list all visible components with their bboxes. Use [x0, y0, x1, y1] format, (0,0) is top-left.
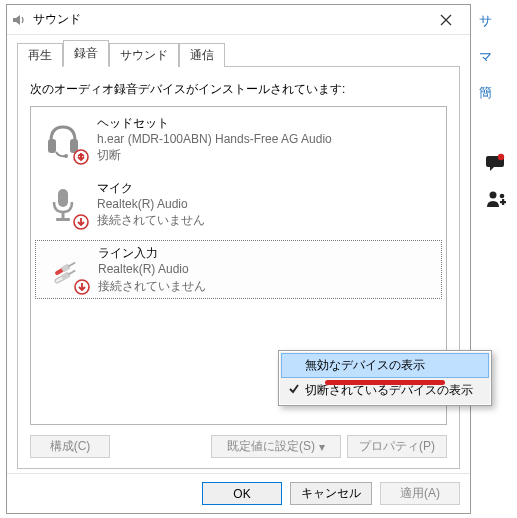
device-item[interactable]: ライン入力 Realtek(R) Audio 接続されていません [35, 240, 442, 299]
dialog-button-row: OK キャンセル 適用(A) [7, 473, 470, 513]
menu-show-disabled-label: 無効なデバイスの表示 [305, 357, 425, 374]
menu-show-disabled[interactable]: 無効なデバイスの表示 [281, 353, 489, 378]
properties-button[interactable]: プロパティ(P) [347, 435, 447, 458]
apply-button[interactable]: 適用(A) [380, 482, 460, 505]
close-button[interactable] [426, 6, 466, 34]
chat-bubble-icon[interactable] [485, 152, 507, 174]
tab-communications[interactable]: 通信 [179, 43, 225, 67]
tab-strip: 再生 録音 サウンド 通信 [17, 43, 460, 67]
linein-icon [40, 245, 88, 293]
svg-rect-5 [62, 212, 65, 218]
device-item[interactable]: ヘッドセット h.ear (MDR-100ABN) Hands-Free AG … [31, 107, 446, 172]
device-item[interactable]: マイク Realtek(R) Audio 接続されていません [31, 172, 446, 237]
device-status: 接続されていません [98, 278, 206, 294]
device-name: マイク [97, 180, 205, 196]
svg-rect-10 [68, 262, 76, 268]
status-badge-down-icon [74, 279, 90, 295]
svg-rect-19 [502, 199, 504, 205]
gutter-link-2[interactable]: マ [479, 48, 517, 66]
configure-button[interactable]: 構成(C) [30, 435, 110, 458]
check-icon [287, 382, 301, 396]
headset-icon [39, 115, 87, 163]
microphone-icon [39, 180, 87, 228]
gutter-link-1[interactable]: サ [479, 12, 517, 30]
titlebar: サウンド [7, 5, 470, 35]
gutter-link-3[interactable]: 簡 [479, 84, 517, 102]
device-action-row: 構成(C) 既定値に設定(S) ▾ プロパティ(P) [30, 425, 447, 458]
window-body: 再生 録音 サウンド 通信 次のオーディオ録音デバイスがインストールされています… [7, 35, 470, 473]
device-text: ヘッドセット h.ear (MDR-100ABN) Hands-Free AG … [97, 115, 332, 164]
set-default-button[interactable]: 既定値に設定(S) ▾ [211, 435, 341, 458]
ok-button[interactable]: OK [202, 482, 282, 505]
device-status: 切断 [97, 147, 332, 163]
device-subtitle: Realtek(R) Audio [97, 196, 205, 212]
status-badge-down-icon [73, 149, 89, 165]
people-icon[interactable] [485, 188, 507, 210]
context-menu[interactable]: 無効なデバイスの表示 切断されているデバイスの表示 [278, 350, 492, 406]
svg-point-15 [498, 154, 504, 160]
device-text: マイク Realtek(R) Audio 接続されていません [97, 180, 205, 229]
svg-rect-0 [48, 139, 56, 153]
device-text: ライン入力 Realtek(R) Audio 接続されていません [98, 245, 206, 294]
app-icon [11, 12, 27, 28]
device-name: ライン入力 [98, 245, 206, 261]
tab-recording[interactable]: 録音 [63, 40, 109, 67]
configure-label: 構成(C) [50, 438, 91, 455]
cancel-button[interactable]: キャンセル [290, 482, 372, 505]
device-subtitle: Realtek(R) Audio [98, 261, 206, 277]
properties-label: プロパティ(P) [359, 438, 435, 455]
svg-rect-4 [58, 189, 68, 207]
chevron-down-icon: ▾ [319, 440, 325, 454]
cancel-label: キャンセル [301, 485, 361, 502]
set-default-label: 既定値に設定(S) [227, 438, 315, 455]
apply-label: 適用(A) [400, 485, 440, 502]
svg-point-16 [490, 192, 497, 199]
ok-label: OK [233, 487, 250, 501]
device-status: 接続されていません [97, 212, 205, 228]
device-name: ヘッドセット [97, 115, 332, 131]
svg-point-17 [500, 194, 505, 199]
sound-dialog: サウンド 再生 録音 サウンド 通信 次のオーディオ録音デバイスがインストールさ… [6, 4, 471, 514]
settings-gutter: サ マ 簡 [475, 4, 517, 504]
annotation-red-mark [325, 380, 445, 385]
instruction-text: 次のオーディオ録音デバイスがインストールされています: [30, 81, 447, 98]
tab-page-recording: 次のオーディオ録音デバイスがインストールされています: [17, 67, 460, 469]
tab-playback[interactable]: 再生 [17, 43, 63, 67]
svg-rect-13 [68, 270, 76, 276]
svg-rect-6 [56, 218, 70, 221]
tab-sounds[interactable]: サウンド [109, 43, 179, 67]
status-badge-down-icon [73, 214, 89, 230]
svg-point-2 [64, 154, 68, 158]
window-title: サウンド [33, 11, 426, 28]
menu-show-disconnected[interactable]: 切断されているデバイスの表示 [281, 378, 489, 403]
device-subtitle: h.ear (MDR-100ABN) Hands-Free AG Audio [97, 131, 332, 147]
